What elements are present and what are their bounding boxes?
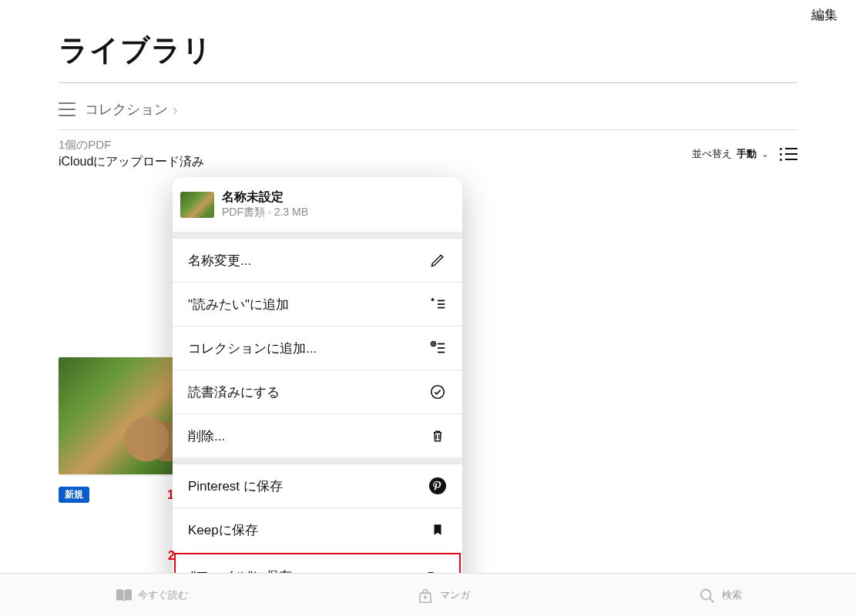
tab-search[interactable]: 検索 bbox=[699, 588, 742, 603]
breadcrumb-label: コレクション bbox=[85, 100, 168, 119]
annotation-2: 2 bbox=[168, 549, 175, 563]
add-want-read-item[interactable]: "読みたい"に追加 bbox=[173, 282, 462, 326]
rename-item[interactable]: 名称変更... bbox=[173, 238, 462, 282]
add-to-list-star-icon bbox=[428, 295, 447, 313]
mark-read-item[interactable]: 読書済みにする bbox=[173, 370, 462, 413]
sort-label: 並べ替え bbox=[692, 147, 732, 161]
upload-status: iCloudにアップロード済み bbox=[59, 154, 204, 170]
svg-line-14 bbox=[709, 598, 713, 602]
svg-point-9 bbox=[431, 386, 445, 399]
pinterest-label: Pinterest に保存 bbox=[188, 477, 283, 495]
tab-bar: 今すぐ読む マンガ 検索 bbox=[0, 573, 856, 616]
book-open-icon bbox=[115, 588, 133, 603]
pinterest-item[interactable]: Pinterest に保存 bbox=[173, 464, 462, 507]
svg-point-12 bbox=[423, 595, 426, 598]
sort-button[interactable]: 並べ替え 手動 ⌄ bbox=[692, 147, 769, 161]
tab-manga[interactable]: マンガ bbox=[417, 588, 470, 603]
list-icon bbox=[59, 102, 76, 116]
tab-search-label: 検索 bbox=[722, 588, 742, 602]
delete-item[interactable]: 削除... bbox=[173, 413, 462, 457]
separator bbox=[173, 232, 462, 238]
add-collection-label: コレクションに追加... bbox=[188, 340, 317, 357]
tab-read-now[interactable]: 今すぐ読む bbox=[115, 588, 188, 603]
trash-icon bbox=[428, 427, 447, 445]
popover-subtitle: PDF書類 · 2.3 MB bbox=[222, 206, 308, 219]
breadcrumb[interactable]: コレクション › bbox=[0, 92, 856, 129]
bookmark-icon bbox=[428, 521, 447, 539]
sort-value: 手動 bbox=[737, 147, 757, 161]
popover-title: 名称未設定 bbox=[222, 189, 308, 206]
search-icon bbox=[699, 588, 717, 603]
new-badge: 新規 bbox=[59, 487, 89, 503]
add-want-read-label: "読みたい"に追加 bbox=[188, 296, 289, 313]
keep-label: Keepに保存 bbox=[188, 521, 258, 539]
list-view-button[interactable] bbox=[780, 148, 797, 161]
mark-read-label: 読書済みにする bbox=[188, 383, 280, 401]
checkmark-circle-icon bbox=[428, 383, 447, 401]
page-title: ライブラリ bbox=[59, 31, 797, 70]
delete-label: 削除... bbox=[188, 427, 225, 445]
chevron-down-icon: ⌄ bbox=[761, 149, 769, 159]
thumbnail-icon bbox=[180, 192, 214, 218]
bag-icon bbox=[417, 588, 435, 603]
svg-point-10 bbox=[429, 477, 446, 494]
tab-read-label: 今すぐ読む bbox=[138, 588, 188, 602]
popover-header: 名称未設定 PDF書類 · 2.3 MB bbox=[173, 177, 462, 232]
pdf-count: 1個のPDF bbox=[59, 138, 111, 151]
tab-manga-label: マンガ bbox=[440, 588, 470, 602]
svg-point-13 bbox=[700, 589, 710, 599]
pencil-icon bbox=[428, 251, 447, 270]
add-collection-item[interactable]: コレクションに追加... bbox=[173, 326, 462, 370]
add-to-list-icon bbox=[428, 339, 447, 357]
separator bbox=[173, 457, 462, 464]
keep-item[interactable]: Keepに保存 bbox=[173, 507, 462, 551]
meta-row: 1個のPDF iCloudにアップロード済み 並べ替え 手動 ⌄ bbox=[0, 130, 856, 170]
edit-button[interactable]: 編集 bbox=[811, 6, 838, 24]
context-menu: 名称未設定 PDF書類 · 2.3 MB 名称変更... "読みたい"に追加 コ… bbox=[173, 177, 462, 616]
header: ライブラリ bbox=[0, 0, 856, 92]
pinterest-icon bbox=[428, 477, 447, 495]
divider bbox=[59, 82, 797, 83]
chevron-right-icon: › bbox=[173, 101, 178, 119]
rename-label: 名称変更... bbox=[188, 252, 251, 270]
